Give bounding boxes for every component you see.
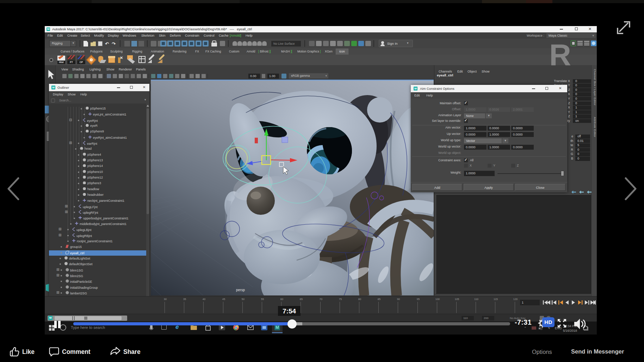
svg-text:persp: persp	[236, 288, 245, 292]
